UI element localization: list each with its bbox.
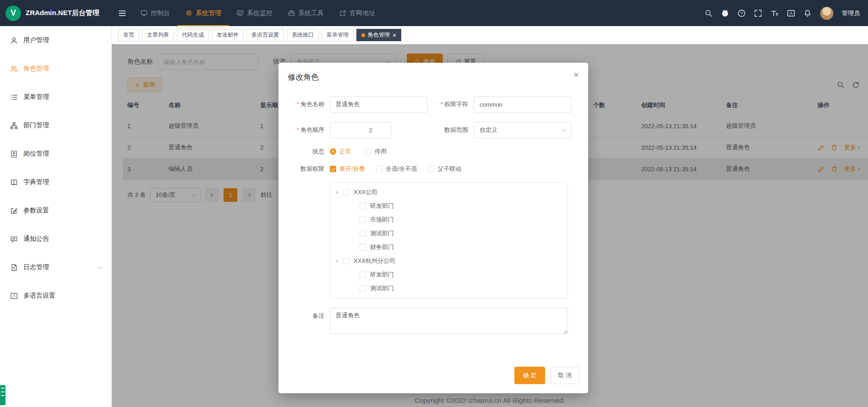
tree-node-root[interactable]: ▾ XXX杭州分公司 bbox=[330, 254, 568, 268]
close-icon[interactable]: × bbox=[573, 70, 579, 79]
list-icon bbox=[10, 93, 18, 101]
tree-checkbox[interactable] bbox=[360, 244, 366, 250]
sidebar-item-dict-manage[interactable]: 字典管理 bbox=[0, 168, 111, 196]
role-name-label: 角色名称 bbox=[300, 101, 324, 108]
tree-node-child[interactable]: 财务部门 bbox=[330, 240, 568, 254]
tags-view-bar: 首页 文章列表 代码生成 发送邮件 多语言设置 系统接口 菜单管理 角色管理 × bbox=[112, 26, 868, 44]
nav-item-system-monitor[interactable]: 系统监控 bbox=[229, 0, 280, 26]
tab-label: 菜单管理 bbox=[327, 31, 349, 39]
app-title: ZRAdmin.NET后台管理 bbox=[26, 9, 99, 17]
username-label[interactable]: 管理员 bbox=[842, 9, 860, 17]
expand-collapse-checkbox[interactable]: 展开/折叠 bbox=[330, 165, 365, 173]
confirm-button[interactable]: 确 定 bbox=[514, 367, 546, 384]
cancel-button[interactable]: 取 消 bbox=[551, 367, 579, 384]
tree-label: 财务部门 bbox=[370, 243, 394, 251]
close-icon[interactable]: × bbox=[393, 32, 396, 38]
nav-label: 系统工具 bbox=[298, 9, 324, 17]
tree-checkbox[interactable] bbox=[360, 217, 366, 223]
sidebar-item-log-manage[interactable]: 日志管理 bbox=[0, 253, 111, 282]
tab-label: 文章列表 bbox=[147, 31, 169, 39]
sidebar-item-user-manage[interactable]: 用户管理 bbox=[0, 26, 111, 54]
search-icon[interactable] bbox=[704, 9, 713, 17]
tab-home[interactable]: 首页 bbox=[118, 29, 139, 41]
tree-checkbox[interactable] bbox=[360, 271, 366, 278]
user-avatar[interactable] bbox=[820, 6, 834, 20]
sidebar-item-label: 日志管理 bbox=[23, 263, 49, 271]
monitor-chart-icon bbox=[237, 10, 244, 16]
perm-char-label: 权限字符 bbox=[444, 101, 468, 108]
bell-icon[interactable] bbox=[803, 9, 812, 17]
nav-item-system-tools[interactable]: 系统工具 bbox=[280, 0, 332, 26]
tab-article-list[interactable]: 文章列表 bbox=[142, 29, 174, 41]
sidebar-item-label: 多语言设置 bbox=[23, 292, 55, 300]
tree-checkbox[interactable] bbox=[360, 203, 366, 209]
translate-icon: A bbox=[10, 292, 18, 300]
nav-item-website[interactable]: 官网地址 bbox=[332, 0, 383, 26]
fullscreen-icon[interactable] bbox=[754, 9, 762, 17]
status-radio-disabled[interactable]: 停用 bbox=[365, 147, 387, 156]
radio-label: 正常 bbox=[339, 147, 351, 156]
tree-checkbox[interactable] bbox=[360, 230, 366, 237]
tree-label: 测试部门 bbox=[370, 229, 394, 238]
users-icon bbox=[10, 65, 18, 73]
remark-textarea[interactable]: 普通角色 bbox=[330, 308, 568, 334]
tree-checkbox[interactable] bbox=[343, 189, 349, 195]
language-icon[interactable]: A bbox=[787, 9, 795, 17]
caret-down-icon[interactable]: ▾ bbox=[336, 190, 343, 195]
tab-role-manage[interactable]: 角色管理 × bbox=[356, 29, 401, 41]
status-radio-normal[interactable]: 正常 bbox=[330, 147, 351, 156]
nav-item-console[interactable]: 控制台 bbox=[133, 0, 178, 26]
tree-node-child[interactable]: 测试部门 bbox=[330, 227, 568, 240]
sidebar-item-post-manage[interactable]: 岗位管理 bbox=[0, 140, 111, 168]
required-asterisk: * bbox=[441, 101, 443, 108]
tab-send-mail[interactable]: 发送邮件 bbox=[212, 29, 244, 41]
sidebar-item-param-settings[interactable]: 参数设置 bbox=[0, 196, 111, 225]
tree-node-child[interactable]: 测试部门 bbox=[330, 282, 568, 295]
tree-checkbox[interactable] bbox=[360, 285, 366, 292]
github-icon[interactable] bbox=[721, 9, 729, 17]
tab-system-api[interactable]: 系统接口 bbox=[287, 29, 319, 41]
help-icon[interactable]: ? bbox=[737, 9, 746, 17]
chevron-down-icon bbox=[562, 127, 567, 132]
sidebar-item-role-manage[interactable]: 角色管理 bbox=[0, 54, 111, 83]
font-size-icon[interactable] bbox=[770, 9, 779, 17]
tab-code-gen[interactable]: 代码生成 bbox=[177, 29, 209, 41]
logo-icon: V bbox=[5, 5, 21, 21]
sidebar-toggle-icon[interactable] bbox=[112, 9, 133, 17]
required-asterisk: * bbox=[297, 101, 299, 108]
checkbox-icon bbox=[376, 166, 382, 172]
svg-text:A: A bbox=[790, 11, 793, 16]
sidebar-item-label: 通知公告 bbox=[23, 235, 49, 243]
tab-i18n[interactable]: 多语言设置 bbox=[246, 29, 284, 41]
role-order-input[interactable] bbox=[330, 122, 392, 138]
sidebar-item-notice[interactable]: 通知公告 bbox=[0, 225, 111, 253]
select-all-checkbox[interactable]: 全选/全不选 bbox=[376, 165, 417, 173]
sidebar-item-menu-manage[interactable]: 菜单管理 bbox=[0, 83, 111, 111]
nav-item-system-manage[interactable]: 系统管理 bbox=[178, 0, 229, 26]
gear-icon bbox=[186, 10, 192, 16]
sidebar-item-i18n-settings[interactable]: A 多语言设置 bbox=[0, 282, 111, 310]
caret-down-icon[interactable]: ▾ bbox=[336, 258, 343, 264]
data-scope-select[interactable]: 自定义 bbox=[474, 122, 572, 138]
tree-checkbox[interactable] bbox=[343, 258, 349, 264]
tree-node-root[interactable]: ▾ XXX公司 bbox=[330, 185, 568, 199]
tree-node-child[interactable]: 市场部门 bbox=[330, 213, 568, 227]
perm-char-input[interactable] bbox=[474, 96, 572, 113]
tree-label: XXX公司 bbox=[354, 188, 377, 196]
app-logo[interactable]: V ZRAdmin.NET后台管理 bbox=[0, 5, 112, 21]
sidebar-item-label: 菜单管理 bbox=[23, 93, 49, 101]
tree-label: 研发部门 bbox=[370, 271, 394, 279]
nav-label: 系统管理 bbox=[196, 9, 221, 17]
tree-node-child[interactable]: 研发部门 bbox=[330, 268, 568, 282]
tree-node-child[interactable]: 研发部门 bbox=[330, 199, 568, 213]
checkbox-label: 父子联动 bbox=[437, 165, 461, 173]
tree-label: 研发部门 bbox=[370, 202, 394, 210]
parent-child-checkbox[interactable]: 父子联动 bbox=[428, 165, 461, 173]
tab-menu-manage[interactable]: 菜单管理 bbox=[322, 29, 354, 41]
sidebar-item-label: 用户管理 bbox=[23, 36, 49, 44]
role-name-input[interactable] bbox=[330, 96, 428, 113]
toolbox-icon bbox=[288, 10, 295, 16]
nav-label: 控制台 bbox=[151, 9, 170, 17]
data-scope-value: 自定义 bbox=[480, 126, 497, 134]
sidebar-item-dept-manage[interactable]: 部门管理 bbox=[0, 111, 111, 140]
